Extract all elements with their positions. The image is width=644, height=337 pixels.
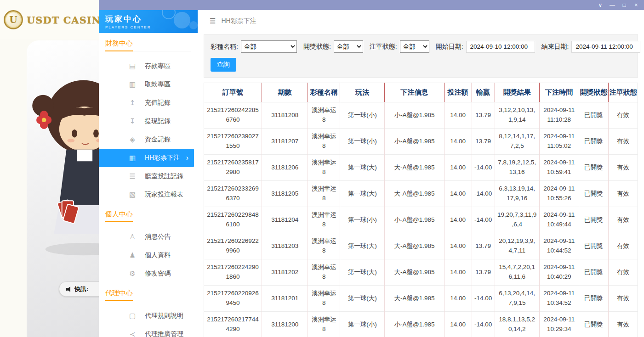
chevron-down-icon[interactable]: ∨ bbox=[594, 0, 606, 10]
cell-play-type: 第一球(小) bbox=[340, 129, 385, 155]
cell-period: 31181204 bbox=[262, 207, 308, 233]
order-status-select[interactable]: 全部 bbox=[400, 40, 429, 53]
news-ticker[interactable]: 快訊: bbox=[59, 281, 99, 297]
main-content: ☰ HH彩票下注 彩種名稱: 全部 開獎狀態: 全部 注單狀態: 全部 bbox=[198, 10, 644, 337]
end-date-input[interactable] bbox=[571, 41, 640, 53]
draw-status-select[interactable]: 全部 bbox=[334, 40, 363, 53]
left-promo-panel: U USDT CASINO bbox=[0, 0, 99, 337]
cell-win-loss: 13.79 bbox=[472, 129, 495, 155]
cell-win-loss: 13.79 bbox=[472, 102, 495, 129]
cell-order-status: 有效 bbox=[608, 312, 638, 337]
close-icon[interactable]: × bbox=[630, 0, 642, 10]
end-date-label: 結束日期: bbox=[541, 43, 569, 51]
cell-draw-result: 18,8,1,13,5,20,14,2 bbox=[495, 312, 539, 337]
sidebar-item-agent-promotion[interactable]: ≺代理推廣管理 bbox=[99, 325, 198, 337]
cell-bet-amount: 14.00 bbox=[444, 286, 472, 312]
cell-lottery-name: 澳洲幸运8 bbox=[308, 207, 340, 233]
sidebar-item-change-password[interactable]: ⚙修改密碼 bbox=[99, 264, 198, 283]
table-row: 215217260229848610031181204澳洲幸运8第一球(小)小-… bbox=[204, 207, 638, 233]
announcement-icon: ♙ bbox=[128, 233, 137, 241]
withdraw-record-icon: ↧ bbox=[128, 117, 137, 125]
cell-bet-info: 小-A盤@1.985 bbox=[385, 129, 444, 155]
cell-order-status: 有效 bbox=[608, 286, 638, 312]
sidebar-item-label: 存款專區 bbox=[145, 62, 171, 70]
table-row: 215217260239027155031181207澳洲幸运8第一球(小)小-… bbox=[204, 129, 638, 155]
table-row: 215217260242285676031181208澳洲幸运8第一球(小)小-… bbox=[204, 102, 638, 129]
recharge-record-icon: ↥ bbox=[128, 99, 137, 107]
cell-play-type: 第一球(小) bbox=[340, 312, 385, 337]
menu-section-title: 財務中心 bbox=[105, 33, 191, 51]
funds-record-icon: ◈ bbox=[128, 135, 137, 144]
cell-win-loss: -14.00 bbox=[472, 207, 495, 233]
cell-order-no: 2152172602298486100 bbox=[204, 207, 262, 233]
sidebar-item-profile[interactable]: ♟個人資料 bbox=[99, 246, 198, 264]
speaker-icon bbox=[66, 286, 71, 292]
sidebar-item-deposit[interactable]: ▤存款專區 bbox=[99, 57, 198, 75]
start-date-input[interactable] bbox=[466, 41, 535, 53]
cell-play-type: 第一球(大) bbox=[340, 155, 385, 181]
cell-period: 31181208 bbox=[262, 102, 308, 129]
table-row: 215217260233269637031181205澳洲幸运8第一球(大)大-… bbox=[204, 181, 638, 207]
cell-bet-time: 2024-09-11 11:05:02 bbox=[539, 129, 579, 155]
cell-period: 31181202 bbox=[262, 259, 308, 286]
order-status-filter-label: 注單狀態: bbox=[370, 43, 397, 51]
cell-bet-info: 大-A盤@1.985 bbox=[385, 155, 444, 181]
lottery-filter-label: 彩種名稱: bbox=[211, 43, 238, 51]
lottery-select[interactable]: 全部 bbox=[241, 40, 297, 53]
profile-icon: ♟ bbox=[128, 251, 137, 259]
cell-lottery-name: 澳洲幸运8 bbox=[308, 259, 340, 286]
table-row: 215217260224290186031181202澳洲幸运8第一球(大)大-… bbox=[204, 259, 638, 286]
table-row: 215217260235817298031181206澳洲幸运8第一球(大)大-… bbox=[204, 155, 638, 181]
cell-bet-info: 大-A盤@1.985 bbox=[385, 286, 444, 312]
cell-play-type: 第一球(大) bbox=[340, 259, 385, 286]
cell-order-status: 有效 bbox=[608, 155, 638, 181]
cell-bet-time: 2024-09-11 11:10:28 bbox=[539, 102, 579, 129]
cell-win-loss: 13.79 bbox=[472, 259, 495, 286]
main-topbar: ☰ HH彩票下注 bbox=[198, 10, 644, 32]
cell-order-status: 有效 bbox=[608, 129, 638, 155]
sidebar-item-hh-lottery-bet[interactable]: ▦HH彩票下注› bbox=[99, 149, 194, 167]
search-button[interactable]: 查詢 bbox=[211, 58, 236, 72]
cell-draw-result: 20,12,19,3,9,4,7,11 bbox=[495, 233, 539, 259]
sidebar-item-recharge-record[interactable]: ↥充值記錄 bbox=[99, 94, 198, 112]
sidebar-item-withdraw[interactable]: ▥取款專區 bbox=[99, 75, 198, 94]
sidebar-item-funds-record[interactable]: ◈資金記錄 bbox=[99, 130, 198, 149]
menu-section-title: 個人中心 bbox=[105, 204, 191, 222]
sidebar-item-announcements[interactable]: ♙消息公告 bbox=[99, 228, 198, 246]
maximize-icon[interactable]: □ bbox=[618, 0, 630, 10]
sidebar-item-player-bet-report[interactable]: ▧玩家投注報表 bbox=[99, 185, 198, 204]
logo: U USDT CASINO bbox=[0, 0, 99, 39]
column-header: 訂單號 bbox=[204, 83, 262, 102]
column-header: 開獎結果 bbox=[495, 83, 539, 102]
sidebar-item-label: 代理推廣管理 bbox=[145, 330, 183, 337]
cell-order-no: 2152172602422856760 bbox=[204, 102, 262, 129]
sidebar-item-agent-rules[interactable]: ▢代理規則說明 bbox=[99, 307, 198, 325]
cell-bet-time: 2024-09-11 10:55:26 bbox=[539, 181, 579, 207]
cell-lottery-name: 澳洲幸运8 bbox=[308, 129, 340, 155]
column-header: 投注額 bbox=[444, 83, 472, 102]
records-table: 訂單號期數彩種名稱玩法下注信息投注額輸贏開獎結果下注時間開獎狀態注單狀態 215… bbox=[204, 83, 638, 337]
sidebar-item-withdraw-record[interactable]: ↧提現記錄 bbox=[99, 112, 198, 130]
cell-period: 31181205 bbox=[262, 181, 308, 207]
cell-draw-status: 已開獎 bbox=[579, 155, 608, 181]
sidebar-item-label: 廳室投註記錄 bbox=[145, 172, 183, 180]
sidebar-item-room-bet-record[interactable]: ☰廳室投註記錄 bbox=[99, 167, 198, 185]
cell-order-no: 2152172602390271550 bbox=[204, 129, 262, 155]
column-header: 開獎狀態 bbox=[579, 83, 608, 102]
ticker-label: 快訊: bbox=[74, 285, 88, 293]
cell-order-status: 有效 bbox=[608, 102, 638, 129]
menu-toggle-icon[interactable]: ☰ bbox=[210, 17, 216, 25]
filter-panel: 彩種名稱: 全部 開獎狀態: 全部 注單狀態: 全部 開始日期: bbox=[204, 34, 638, 78]
column-header: 期數 bbox=[262, 83, 308, 102]
cell-play-type: 第一球(小) bbox=[340, 207, 385, 233]
sidebar-item-label: 資金記錄 bbox=[145, 135, 171, 144]
cell-draw-status: 已開獎 bbox=[579, 259, 608, 286]
cell-bet-info: 小-A盤@1.985 bbox=[385, 102, 444, 129]
cell-draw-status: 已開獎 bbox=[579, 312, 608, 337]
cell-win-loss: -14.00 bbox=[472, 181, 495, 207]
minimize-icon[interactable]: — bbox=[606, 0, 618, 10]
sidebar-subtitle: PLAYERS CENTER bbox=[105, 25, 198, 29]
cell-period: 31181203 bbox=[262, 233, 308, 259]
page-title: HH彩票下注 bbox=[221, 17, 256, 25]
logo-text: USDT CASINO bbox=[27, 14, 99, 26]
